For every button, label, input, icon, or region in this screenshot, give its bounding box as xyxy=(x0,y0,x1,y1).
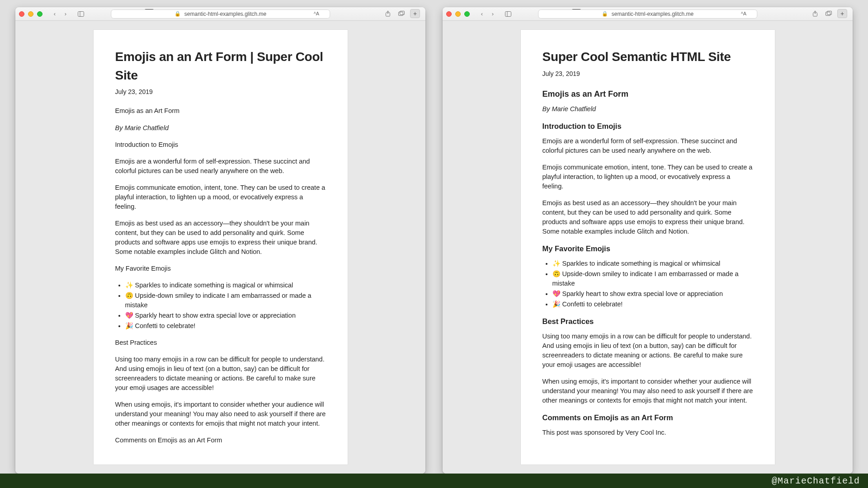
browser-window-right: ‹ › 🔒 semantic-html-examples.glitch.me ᴬ… xyxy=(443,7,853,474)
author-handle: @MarieChatfield xyxy=(772,476,860,486)
section-heading-article: Emojis as an Art Form xyxy=(542,88,753,100)
paragraph: Emojis are a wonderful form of self-expr… xyxy=(115,157,326,176)
url-text: semantic-html-examples.glitch.me xyxy=(184,11,266,17)
paragraph: When using emojis, it's important to con… xyxy=(115,400,326,428)
section-heading-comments: Comments on Emojis as an Art Form xyxy=(542,413,753,423)
forward-button[interactable]: › xyxy=(488,9,498,19)
sidebar-toggle-button[interactable] xyxy=(76,9,86,19)
new-tab-button[interactable]: + xyxy=(837,9,847,18)
page-left: Emojis an an Art Form | Super Cool Site … xyxy=(94,30,348,465)
page-date: July 23, 2019 xyxy=(115,87,326,96)
url-text: semantic-html-examples.glitch.me xyxy=(612,11,693,17)
forward-button[interactable]: › xyxy=(61,9,71,19)
reader-icon[interactable]: ᴬA xyxy=(311,9,321,18)
paragraph: Using too many emojis in a row can be di… xyxy=(542,332,753,370)
fullscreen-icon[interactable] xyxy=(464,11,470,17)
share-icon[interactable] xyxy=(383,9,393,18)
section-heading-article: Emojis as an Art Form xyxy=(115,106,326,116)
section-heading-favorites: My Favorite Emojis xyxy=(115,264,326,273)
paragraph: Using too many emojis in a row can be di… xyxy=(115,355,326,393)
viewport-left: Emojis an an Art Form | Super Cool Site … xyxy=(15,21,425,474)
list-item: 🙃 Upside-down smiley to indicate I am em… xyxy=(125,291,326,310)
favorites-list: ✨ Sparkles to indicate something is magi… xyxy=(552,259,753,309)
byline: By Marie Chatfield xyxy=(115,123,326,133)
sidebar-toggle-button[interactable] xyxy=(503,9,513,19)
list-item: 💖 Sparkly heart to show extra special lo… xyxy=(125,311,326,320)
page-title: Emojis an an Art Form | Super Cool Site xyxy=(115,48,326,84)
byline: By Marie Chatfield xyxy=(542,104,753,114)
page-date: July 23, 2019 xyxy=(542,69,753,78)
tabs-overview-icon[interactable] xyxy=(824,9,834,18)
list-item: 🎉 Confetti to celebrate! xyxy=(125,321,326,331)
nav-group: ‹ › xyxy=(50,9,71,19)
section-heading-bp: Best Practices xyxy=(542,316,753,327)
svg-rect-9 xyxy=(827,11,832,15)
svg-rect-4 xyxy=(400,11,405,15)
svg-rect-8 xyxy=(826,12,830,16)
section-heading-comments: Comments on Emojis as an Art Form xyxy=(115,436,326,445)
list-item: ✨ Sparkles to indicate something is magi… xyxy=(552,259,753,268)
lock-icon: 🔒 xyxy=(602,11,608,17)
titlebar: ‹ › 🔒 semantic-html-examples.glitch.me ᴬ… xyxy=(15,7,425,21)
footer-bar: @MarieChatfield xyxy=(0,474,868,488)
page-right: Super Cool Semantic HTML Site July 23, 2… xyxy=(521,30,775,465)
list-item: 🙃 Upside-down smiley to indicate I am em… xyxy=(552,269,753,288)
close-icon[interactable] xyxy=(446,11,452,17)
paragraph: Emojis communicate emotion, intent, tone… xyxy=(115,183,326,211)
browser-window-left: ‹ › 🔒 semantic-html-examples.glitch.me ᴬ… xyxy=(15,7,425,474)
svg-rect-0 xyxy=(78,11,84,16)
paragraph: This post was sponsored by Very Cool Inc… xyxy=(542,428,753,437)
minimize-icon[interactable] xyxy=(455,11,461,17)
svg-rect-3 xyxy=(399,12,403,16)
section-heading-favorites: My Favorite Emojis xyxy=(542,244,753,254)
paragraph: Emojis as best used as an accessory—they… xyxy=(542,198,753,236)
url-bar[interactable]: 🔒 semantic-html-examples.glitch.me xyxy=(111,9,330,19)
share-icon[interactable] xyxy=(810,9,820,18)
new-tab-button[interactable]: + xyxy=(410,9,420,18)
list-item: ✨ Sparkles to indicate something is magi… xyxy=(125,281,326,290)
section-heading-intro: Introduction to Emojis xyxy=(115,140,326,150)
lock-icon: 🔒 xyxy=(175,11,181,17)
list-item: 🎉 Confetti to celebrate! xyxy=(552,300,753,309)
svg-rect-5 xyxy=(505,11,511,16)
favorites-list: ✨ Sparkles to indicate something is magi… xyxy=(125,281,326,331)
page-title: Super Cool Semantic HTML Site xyxy=(542,48,753,66)
viewport-right: Super Cool Semantic HTML Site July 23, 2… xyxy=(443,21,853,474)
reader-icon[interactable]: ᴬA xyxy=(739,9,749,18)
back-button[interactable]: ‹ xyxy=(50,9,60,19)
toolbar-right-icons: ᴬA + xyxy=(739,9,847,18)
paragraph: Emojis communicate emotion, intent, tone… xyxy=(542,163,753,191)
section-heading-intro: Introduction to Emojis xyxy=(542,121,753,132)
traffic-lights xyxy=(446,11,470,17)
url-bar[interactable]: 🔒 semantic-html-examples.glitch.me xyxy=(538,9,757,19)
titlebar: ‹ › 🔒 semantic-html-examples.glitch.me ᴬ… xyxy=(443,7,853,21)
minimize-icon[interactable] xyxy=(28,11,33,17)
section-heading-bp: Best Practices xyxy=(115,338,326,347)
list-item: 💖 Sparkly heart to show extra special lo… xyxy=(552,289,753,299)
toolbar-right-icons: ᴬA + xyxy=(311,9,420,18)
tabs-overview-icon[interactable] xyxy=(396,9,406,18)
paragraph: Emojis are a wonderful form of self-expr… xyxy=(542,136,753,155)
back-button[interactable]: ‹ xyxy=(477,9,487,19)
paragraph: Emojis as best used as an accessory—they… xyxy=(115,219,326,257)
fullscreen-icon[interactable] xyxy=(37,11,42,17)
nav-group: ‹ › xyxy=(477,9,498,19)
close-icon[interactable] xyxy=(19,11,24,17)
traffic-lights xyxy=(19,11,42,17)
paragraph: When using emojis, it's important to con… xyxy=(542,377,753,405)
